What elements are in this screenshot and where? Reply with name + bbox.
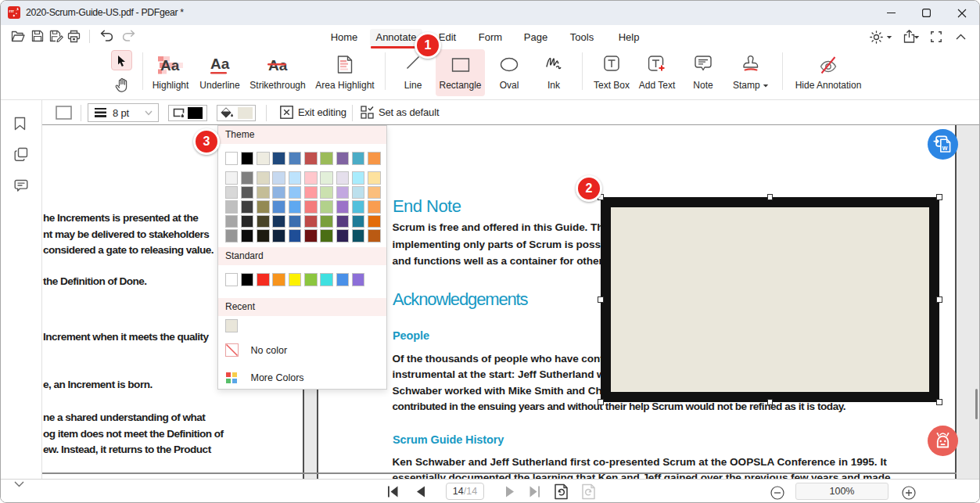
zoom-level-input[interactable]: 100% xyxy=(795,483,888,500)
previous-page-button[interactable] xyxy=(415,486,425,498)
strikethrough-tool[interactable]: Aa Strikethrough xyxy=(247,49,308,99)
fullscreen-icon[interactable] xyxy=(931,31,942,42)
theme-color-swatch[interactable] xyxy=(272,152,285,165)
line-width-control[interactable]: 8 pt xyxy=(88,103,159,122)
theme-color-swatch[interactable] xyxy=(289,171,302,185)
ai-assistant-button[interactable] xyxy=(928,426,958,456)
hide-annotation-tool[interactable]: Hide Annotation xyxy=(791,49,866,99)
bookmarks-icon[interactable] xyxy=(14,117,26,131)
shape-style-preview[interactable] xyxy=(56,101,72,124)
theme-color-swatch[interactable] xyxy=(241,200,254,214)
standard-color-swatch[interactable] xyxy=(336,273,350,286)
theme-caret-icon[interactable] xyxy=(886,35,892,40)
theme-color-swatch[interactable] xyxy=(320,171,333,185)
set-as-default-button[interactable]: Set as default xyxy=(361,101,439,124)
theme-color-swatch[interactable] xyxy=(352,152,365,165)
theme-color-swatch[interactable] xyxy=(257,215,270,228)
zoom-in-button[interactable] xyxy=(902,486,916,500)
area-highlight-tool[interactable]: Area Highlight xyxy=(312,49,378,99)
first-page-button[interactable] xyxy=(387,486,399,498)
standard-color-swatch[interactable] xyxy=(241,273,254,286)
theme-color-swatch[interactable] xyxy=(225,215,239,228)
redo-icon[interactable] xyxy=(122,30,135,41)
exit-editing-button[interactable]: Exit editing xyxy=(280,101,346,124)
theme-color-swatch[interactable] xyxy=(320,186,333,199)
minimize-button[interactable] xyxy=(874,1,909,25)
fill-color-control[interactable] xyxy=(217,105,256,121)
share-caret-icon[interactable] xyxy=(914,35,920,40)
theme-color-swatch[interactable] xyxy=(257,200,270,214)
rotate-right-button[interactable] xyxy=(581,483,596,500)
theme-color-swatch[interactable] xyxy=(289,215,302,228)
theme-color-swatch[interactable] xyxy=(352,215,365,228)
theme-color-swatch[interactable] xyxy=(368,200,381,214)
standard-color-swatch[interactable] xyxy=(257,273,270,286)
theme-color-swatch[interactable] xyxy=(320,229,333,243)
theme-color-swatch[interactable] xyxy=(257,186,270,199)
next-page-button[interactable] xyxy=(505,486,515,498)
theme-color-swatch[interactable] xyxy=(272,171,285,185)
print-icon[interactable] xyxy=(67,30,81,43)
add-text-tool[interactable]: Add Text xyxy=(634,49,680,99)
theme-color-swatch[interactable] xyxy=(225,186,239,199)
standard-color-swatch[interactable] xyxy=(320,273,333,286)
theme-color-swatch[interactable] xyxy=(241,171,254,185)
theme-color-swatch[interactable] xyxy=(225,171,239,185)
theme-color-swatch[interactable] xyxy=(368,215,381,228)
menu-home[interactable]: Home xyxy=(328,29,360,46)
theme-color-swatch[interactable] xyxy=(304,200,318,214)
theme-color-swatch[interactable] xyxy=(352,186,365,199)
page-number-input[interactable]: 14/14 xyxy=(446,483,484,500)
more-colors-option[interactable]: More Colors xyxy=(225,372,304,384)
theme-color-swatch[interactable] xyxy=(225,229,239,243)
theme-color-swatch[interactable] xyxy=(289,200,302,214)
rotate-left-button[interactable] xyxy=(554,483,569,500)
resize-handle[interactable] xyxy=(936,296,942,303)
resize-handle[interactable] xyxy=(598,296,604,303)
standard-color-swatch[interactable] xyxy=(289,273,302,286)
theme-color-swatch[interactable] xyxy=(336,171,350,185)
resize-handle[interactable] xyxy=(936,399,942,405)
menu-tools[interactable]: Tools xyxy=(567,29,597,46)
theme-color-swatch[interactable] xyxy=(320,152,333,165)
recent-color-swatch[interactable] xyxy=(225,319,239,332)
theme-color-swatch[interactable] xyxy=(304,215,318,228)
close-button[interactable] xyxy=(944,1,979,25)
theme-color-swatch[interactable] xyxy=(241,186,254,199)
theme-color-swatch[interactable] xyxy=(336,152,350,165)
theme-color-swatch[interactable] xyxy=(368,171,381,185)
document-view[interactable]: he Increments is presented at thent may … xyxy=(42,125,980,479)
resize-handle[interactable] xyxy=(936,194,942,200)
theme-color-swatch[interactable] xyxy=(352,171,365,185)
resize-handle[interactable] xyxy=(598,399,604,405)
ink-tool[interactable]: Ink xyxy=(535,49,573,99)
rectangle-tool[interactable]: Rectangle xyxy=(436,49,485,96)
note-tool[interactable]: Note xyxy=(683,49,723,99)
standard-color-swatch[interactable] xyxy=(352,273,365,286)
theme-color-swatch[interactable] xyxy=(336,186,350,199)
theme-color-swatch[interactable] xyxy=(304,229,318,243)
theme-color-swatch[interactable] xyxy=(320,215,333,228)
menu-page[interactable]: Page xyxy=(522,29,550,46)
collapse-toolbar-icon[interactable] xyxy=(956,34,966,40)
resize-handle[interactable] xyxy=(767,399,774,405)
undo-icon[interactable] xyxy=(100,30,113,41)
theme-color-swatch[interactable] xyxy=(320,200,333,214)
sidebar-collapse-icon[interactable] xyxy=(14,481,24,487)
select-tool-button[interactable] xyxy=(111,50,132,70)
standard-color-swatch[interactable] xyxy=(304,273,318,286)
comments-icon[interactable] xyxy=(14,179,28,192)
theme-color-swatch[interactable] xyxy=(368,152,381,165)
theme-color-swatch[interactable] xyxy=(241,215,254,228)
theme-color-swatch[interactable] xyxy=(336,215,350,228)
theme-color-swatch[interactable] xyxy=(225,152,239,165)
maximize-button[interactable] xyxy=(909,1,944,25)
theme-color-swatch[interactable] xyxy=(289,229,302,243)
stroke-color-control[interactable] xyxy=(168,105,207,121)
theme-color-swatch[interactable] xyxy=(272,200,285,214)
thumbnails-icon[interactable] xyxy=(14,147,28,162)
highlight-tool[interactable]: Aa Highlight xyxy=(147,49,194,99)
theme-color-swatch[interactable] xyxy=(257,152,270,165)
standard-color-swatch[interactable] xyxy=(272,273,285,286)
theme-color-swatch[interactable] xyxy=(289,186,302,199)
